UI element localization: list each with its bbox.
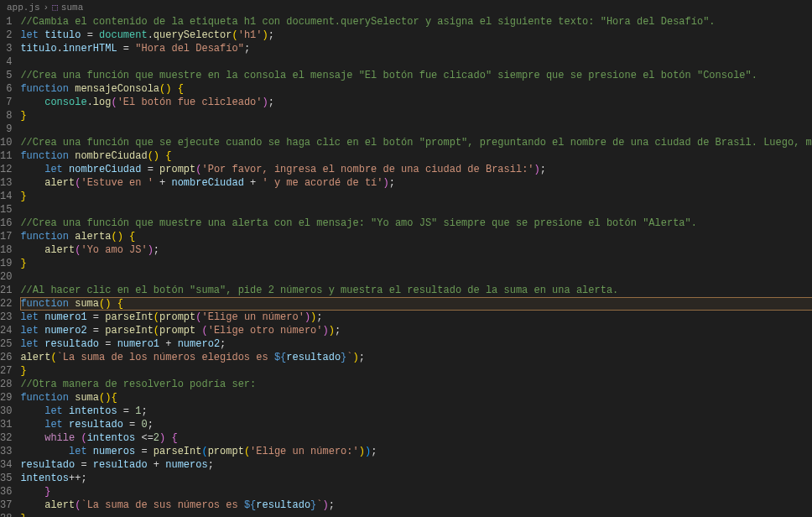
line-number: 15	[0, 203, 12, 217]
code-line[interactable]: function nombreCiudad() {	[20, 149, 812, 163]
code-line[interactable]: //Crea una función que muestre una alert…	[20, 217, 812, 230]
chevron-right-icon: ›	[44, 1, 49, 14]
code-line[interactable]	[20, 270, 812, 284]
line-number: 14	[0, 190, 12, 203]
code-line[interactable]	[20, 203, 812, 217]
line-number: 29	[0, 391, 12, 405]
line-number: 12	[0, 163, 12, 176]
line-number: 2	[0, 29, 12, 42]
line-number: 30	[0, 405, 12, 418]
code-line[interactable]: resultado = resultado + numeros;	[20, 458, 812, 472]
code-line[interactable]: let numero1 = parseInt(prompt('Elige un …	[20, 311, 812, 324]
breadcrumb-symbol[interactable]: suma	[61, 1, 83, 14]
line-number: 8	[0, 109, 12, 123]
line-number: 19	[0, 257, 12, 270]
code-line[interactable]: alert('Yo amo JS');	[20, 243, 812, 257]
code-line[interactable]: function mensajeConsola() {	[20, 82, 812, 96]
line-number: 36	[0, 485, 12, 499]
line-number: 16	[0, 217, 12, 230]
line-number: 11	[0, 149, 12, 163]
code-line[interactable]: //Otra manera de resolverlo podría ser:	[20, 378, 812, 391]
line-number: 38	[0, 512, 12, 517]
line-number: 18	[0, 243, 12, 257]
line-number: 10	[0, 136, 12, 149]
line-number: 20	[0, 270, 12, 284]
line-number: 26	[0, 351, 12, 364]
code-line[interactable]: }	[20, 109, 812, 123]
line-number: 1	[0, 15, 12, 29]
line-number: 34	[0, 458, 12, 472]
code-line[interactable]: let numeros = parseInt(prompt('Elige un …	[20, 445, 812, 458]
line-number: 13	[0, 176, 12, 190]
code-line[interactable]: }	[20, 257, 812, 270]
code-line[interactable]: let intentos = 1;	[20, 405, 812, 418]
code-line[interactable]: }	[20, 485, 812, 499]
code-line[interactable]: alert('Estuve en ' + nombreCiudad + ' y …	[20, 176, 812, 190]
code-line[interactable]: }	[20, 512, 812, 517]
line-number-gutter: 1234567891011121314151617181920212223242…	[0, 15, 20, 517]
line-number: 27	[0, 364, 12, 378]
line-number: 5	[0, 69, 12, 82]
line-number: 35	[0, 472, 12, 485]
code-line[interactable]: intentos++;	[20, 472, 812, 485]
line-number: 25	[0, 337, 12, 351]
code-line[interactable]: //Al hacer clic en el botón "suma", pide…	[20, 284, 812, 297]
line-number: 23	[0, 311, 12, 324]
line-number: 33	[0, 445, 12, 458]
code-line[interactable]: function suma(){	[20, 391, 812, 405]
code-line[interactable]: function suma() {	[20, 297, 812, 311]
code-line[interactable]	[20, 55, 812, 69]
code-line[interactable]: alert(`La suma de sus números es ${resul…	[20, 499, 812, 512]
code-line[interactable]: let titulo = document.querySelector('h1'…	[20, 29, 812, 42]
line-number: 6	[0, 82, 12, 96]
breadcrumb[interactable]: app.js › ⬚ suma	[0, 0, 812, 15]
cube-icon: ⬚	[52, 1, 58, 14]
line-number: 9	[0, 123, 12, 136]
code-line[interactable]: titulo.innerHTML = "Hora del Desafío";	[20, 42, 812, 55]
line-number: 17	[0, 230, 12, 243]
code-line[interactable]: alert(`La suma de los números elegidos e…	[20, 351, 812, 364]
line-number: 28	[0, 378, 12, 391]
code-line[interactable]: let numero2 = parseInt(prompt ('Elige ot…	[20, 324, 812, 337]
line-number: 7	[0, 96, 12, 109]
code-line[interactable]: console.log('El botón fue clicleado');	[20, 96, 812, 109]
code-line[interactable]: while (intentos <=2) {	[20, 431, 812, 445]
line-number: 24	[0, 324, 12, 337]
code-line[interactable]: //Crea una función que muestre en la con…	[20, 69, 812, 82]
line-number: 3	[0, 42, 12, 55]
code-line[interactable]: }	[20, 364, 812, 378]
code-line[interactable]: let resultado = numero1 + numero2;	[20, 337, 812, 351]
line-number: 4	[0, 55, 12, 69]
line-number: 32	[0, 431, 12, 445]
code-line[interactable]: //Cambia el contenido de la etiqueta h1 …	[20, 15, 812, 29]
line-number: 22	[0, 297, 12, 311]
breadcrumb-file[interactable]: app.js	[7, 1, 40, 14]
code-line[interactable]: }	[20, 190, 812, 203]
code-line[interactable]: //Crea una función que se ejecute cuando…	[20, 136, 812, 149]
code-area[interactable]: //Cambia el contenido de la etiqueta h1 …	[20, 15, 812, 517]
line-number: 21	[0, 284, 12, 297]
code-editor[interactable]: 1234567891011121314151617181920212223242…	[0, 15, 812, 517]
code-line[interactable]: function alerta() {	[20, 230, 812, 243]
code-line[interactable]: let nombreCiudad = prompt('Por favor, in…	[20, 163, 812, 176]
code-line[interactable]: let resultado = 0;	[20, 418, 812, 431]
line-number: 31	[0, 418, 12, 431]
code-line[interactable]	[20, 123, 812, 136]
line-number: 37	[0, 499, 12, 512]
